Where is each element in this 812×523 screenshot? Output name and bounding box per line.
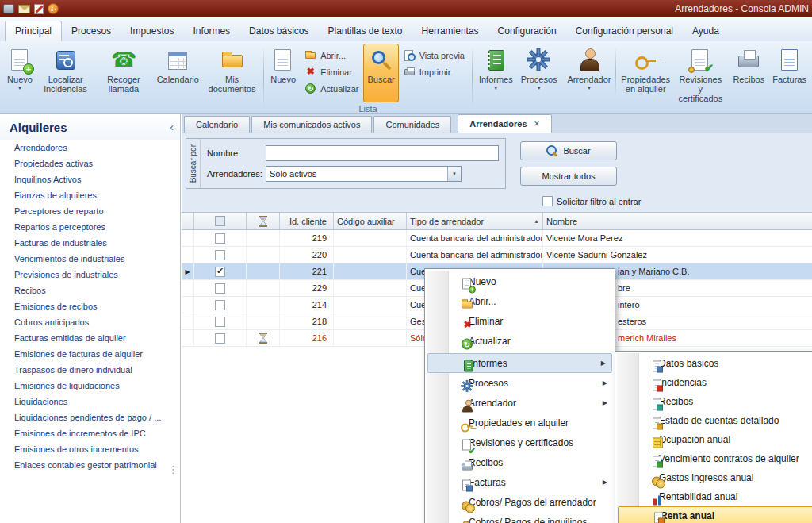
sidebar-item-traspasos[interactable]: Traspasos de dinero individual (0, 362, 180, 378)
ctx-cobros-inquilinos[interactable]: Cobros/ Pagos de inquilinos (427, 512, 613, 523)
sidebar-item-emisiones-recibos[interactable]: Emisiones de recibos (0, 298, 180, 314)
sidebar-item-perceptores[interactable]: Perceptores de reparto (0, 203, 180, 219)
sidebar-item-recibos[interactable]: Recibos (0, 283, 180, 298)
submenu-incidencias[interactable]: Incidencias (617, 373, 812, 392)
header-id-cliente[interactable]: Id. cliente (280, 213, 334, 229)
row-checkbox[interactable] (215, 233, 225, 244)
ctx-recibos[interactable]: Recibos (427, 452, 613, 472)
submenu-vencimiento-contratos[interactable]: Vencimiento contratos de alquiler (617, 449, 812, 468)
submenu-renta-anual[interactable]: Renta anual (618, 506, 812, 523)
arrendadores-select[interactable]: Sólo activos ▼ (266, 166, 462, 182)
sidebar-item-incrementos-ipc[interactable]: Emisiones de incrementos de IPC (0, 425, 180, 441)
row-checkbox[interactable] (215, 250, 225, 260)
recibos-button[interactable]: Recibos (729, 44, 768, 102)
row-checkbox[interactable] (215, 333, 225, 344)
doctab-calendario[interactable]: Calendario (184, 116, 250, 133)
ctx-propiedades[interactable]: Propiedades en alquiler (427, 413, 613, 433)
ctx-eliminar[interactable]: ✖ Eliminar (427, 311, 613, 331)
localizar-incidencias-button[interactable]: Localizar incidencias (36, 44, 94, 102)
doctab-comunidades[interactable]: Comunidades (373, 116, 451, 133)
sidebar-item-enlaces-contables[interactable]: Enlaces contables gestor patrimonial (0, 457, 180, 473)
sidebar-item-emisiones-liquidaciones[interactable]: Emisiones de liquidaciones (0, 378, 180, 394)
tab-ayuda[interactable]: Ayuda (683, 21, 729, 41)
ctx-revisiones[interactable]: ✔ Revisiones y certificados (427, 433, 613, 452)
sidebar-item-arrendadores[interactable]: Arrendadores (0, 140, 180, 156)
sidebar-item-facturas-emitidas[interactable]: Facturas emitidas de alquiler (0, 330, 180, 346)
splitter-grip[interactable]: ⋮ (168, 467, 178, 472)
doctab-arrendadores-active[interactable]: Arrendadores × (458, 114, 551, 133)
sidebar-item-liquidaciones[interactable]: Liquidaciones (0, 394, 180, 410)
tab-procesos[interactable]: Procesos (62, 21, 121, 41)
combo-dropdown-button[interactable]: ▼ (447, 167, 461, 181)
submenu-rentabilidad[interactable]: Rentabilidad anual (617, 487, 812, 506)
ctx-actualizar[interactable]: ↻ Actualizar (427, 331, 613, 351)
header-tipo-arrendador[interactable]: Tipo de arrendador ▲ (407, 213, 543, 229)
ctx-nuevo[interactable]: + Nuevo (427, 271, 613, 291)
buscar-button[interactable]: Buscar (363, 44, 398, 102)
sidebar-item-emisiones-facturas[interactable]: Emisiones de facturas de alquiler (0, 346, 180, 362)
sidebar-item-propiedades-activas[interactable]: Propiedades activas (0, 156, 180, 171)
nuevo-panel-button[interactable]: + Nuevo ▼ (3, 44, 36, 102)
ctx-informes[interactable]: Informes ▶ (427, 353, 612, 373)
nuevo-lista-button[interactable]: Nuevo (266, 44, 300, 102)
ctx-abrir[interactable]: Abrir... (427, 291, 613, 311)
tab-impuestos[interactable]: Impuestos (121, 21, 183, 41)
imprimir-button[interactable]: Imprimir (400, 65, 468, 79)
actualizar-button[interactable]: ↻ Actualizar (301, 82, 362, 95)
submenu-gastos-ingresos[interactable]: Gastos ingresos anual (617, 468, 812, 487)
mail-icon[interactable] (18, 5, 30, 13)
calendario-button[interactable]: Calendario (153, 44, 203, 102)
header-codigo-auxiliar[interactable]: Código auxiliar (334, 213, 407, 229)
header-nombre[interactable]: Nombre (543, 213, 812, 229)
select-all-checkbox[interactable] (215, 216, 225, 226)
sidebar-item-cobros-anticipados[interactable]: Cobros anticipados (0, 314, 180, 330)
submenu-recibos[interactable]: Recibos (617, 392, 812, 411)
sidebar-item-facturas-industriales[interactable]: Facturas de industriales (0, 235, 180, 251)
procesos-button[interactable]: Procesos ▼ (517, 44, 561, 102)
row-checkbox[interactable] (215, 283, 225, 294)
submenu-datos-basicos[interactable]: Datos básicos (617, 354, 812, 373)
revisiones-certificados-button[interactable]: ✔ Revisiones y certificados (674, 44, 727, 102)
mis-documentos-button[interactable]: Mis documentos (203, 44, 261, 102)
edit-note-icon[interactable] (34, 4, 44, 14)
row-checkbox-checked[interactable]: ✔ (215, 267, 225, 277)
ctx-procesos[interactable]: Procesos ▶ (427, 373, 613, 393)
doctab-comunicados[interactable]: Mis comunicados activos (251, 116, 372, 133)
abrir-button[interactable]: Abrir... (301, 48, 362, 62)
informes-button[interactable]: Informes ▼ (475, 44, 517, 102)
row-checkbox[interactable] (215, 317, 225, 327)
sidebar-item-vencimientos-industriales[interactable]: Vencimientos de industriales (0, 251, 180, 267)
sidebar-item-liquidaciones-pendientes[interactable]: Liquidaciones pendientes de pago / ... (0, 410, 180, 425)
facturas-button[interactable]: Facturas (768, 44, 810, 102)
sidebar-item-inquilinos-activos[interactable]: Inquilinos Activos (0, 171, 180, 187)
solicitar-filtro-checkbox[interactable] (542, 196, 553, 206)
tab-principal[interactable]: Principal (5, 21, 62, 41)
sidebar-item-repartos[interactable]: Repartos a perceptores (0, 219, 180, 235)
table-row[interactable]: 220 Cuenta bancaria del administrador Vi… (182, 247, 812, 263)
vista-previa-button[interactable]: Vista previa (400, 48, 468, 62)
tab-configuracion[interactable]: Configuración (488, 21, 566, 41)
sidebar-item-previsiones-industriales[interactable]: Previsiones de industriales (0, 267, 180, 283)
header-status[interactable] (247, 213, 280, 229)
tab-datos-basicos[interactable]: Datos básicos (239, 21, 318, 41)
nombre-input[interactable] (266, 145, 499, 161)
arrendador-button[interactable]: Arrendador ▼ (563, 44, 615, 102)
sidebar-item-otros-incrementos[interactable]: Emisiones de otros incrementos (0, 441, 180, 457)
row-checkbox[interactable] (215, 300, 225, 310)
recoger-llamada-button[interactable]: ☎ Recoger llamada (94, 44, 152, 102)
propiedades-en-alquiler-button[interactable]: Propiedades en alquiler (617, 44, 674, 102)
submenu-estado-cuentas[interactable]: Estado de cuentas detallado (617, 411, 812, 430)
collapse-sidebar-icon[interactable]: ‹ (170, 121, 174, 133)
header-select-all[interactable] (194, 213, 247, 229)
ctx-arrendador[interactable]: Arrendador ▶ (427, 393, 613, 413)
tab-herramientas[interactable]: Herramientas (412, 21, 488, 41)
ctx-cobros-arrendador[interactable]: Cobros/ Pagos del arrendador (427, 492, 613, 512)
tab-informes[interactable]: Informes (183, 21, 239, 41)
ctx-facturas[interactable]: Facturas ▶ (427, 472, 613, 492)
tab-configuracion-personal[interactable]: Configuración personal (566, 21, 683, 41)
buscar-panel-button[interactable]: Buscar (520, 141, 617, 160)
tab-plantillas[interactable]: Plantillas de texto (318, 21, 412, 41)
mostrar-todos-button[interactable]: Mostrar todos (520, 167, 617, 186)
eliminar-button[interactable]: ✖ Eliminar (301, 65, 362, 79)
table-row[interactable]: 219 Cuenta bancaria del administrador Vi… (182, 230, 812, 247)
